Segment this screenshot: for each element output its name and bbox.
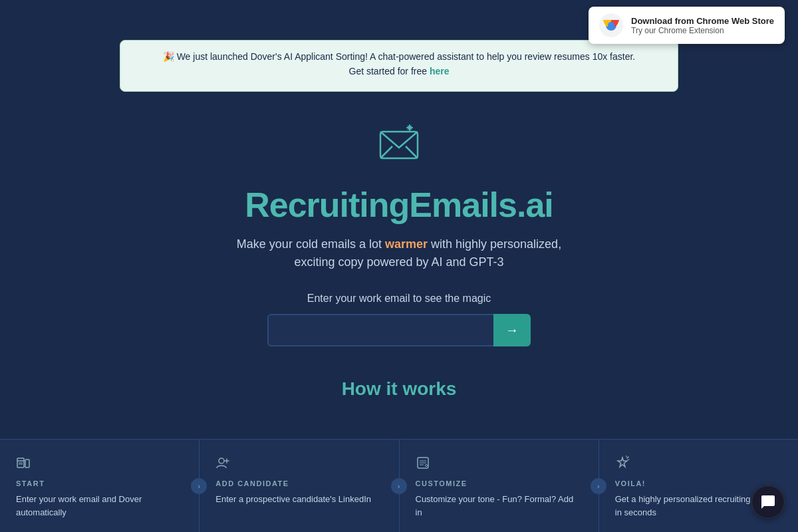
announcement-cta: Get started for free here	[136, 66, 662, 76]
how-it-works-section: How it works	[0, 378, 798, 400]
chrome-banner-subtitle: Try our Chrome Extension	[631, 26, 774, 35]
step-start: START Enter your work email and Dover au…	[0, 439, 200, 532]
step-voila-icon	[615, 456, 782, 474]
svg-point-15	[219, 458, 224, 464]
svg-line-5	[406, 146, 418, 158]
email-section: Enter your work email to see the magic →	[13, 293, 785, 346]
step-arrow-1: ›	[191, 478, 207, 494]
chrome-banner-text: Download from Chrome Web Store Try our C…	[631, 16, 774, 35]
announcement-cta-link[interactable]: here	[430, 66, 450, 76]
arrow-icon: →	[505, 323, 519, 338]
chat-button[interactable]	[751, 485, 785, 519]
step-add-candidate-label: ADD CANDIDATE	[215, 479, 382, 487]
email-input[interactable]	[267, 314, 493, 346]
hero-title: RecruitingEmails.ai	[13, 185, 785, 225]
email-submit-button[interactable]: →	[493, 314, 531, 346]
step-start-label: START	[16, 479, 183, 487]
email-label: Enter your work email to see the magic	[13, 293, 785, 305]
step-customize: CUSTOMIZE Customize your tone - Fun? For…	[400, 439, 599, 532]
announcement-bar: 🎉 We just launched Dover's AI Applicant …	[120, 40, 678, 92]
step-add-candidate: ADD CANDIDATE Enter a prospective candid…	[200, 439, 399, 532]
step-customize-desc: Customize your tone - Fun? Formal? Add i…	[416, 493, 583, 519]
email-input-row: →	[13, 314, 785, 346]
chat-icon	[760, 494, 776, 510]
warmer-highlight: warmer	[385, 237, 428, 251]
hero-section: RecruitingEmails.ai Make your cold email…	[0, 118, 798, 346]
svg-line-4	[380, 146, 392, 158]
svg-line-22	[627, 457, 628, 458]
hero-subtitle: Make your cold emails a lot warmer with …	[226, 235, 572, 271]
mail-icon-wrap	[13, 118, 785, 169]
step-add-candidate-icon	[215, 456, 382, 474]
svg-rect-14	[25, 460, 29, 467]
mail-icon	[375, 118, 423, 166]
announcement-text: 🎉 We just launched Dover's AI Applicant …	[136, 51, 662, 62]
chrome-extension-banner[interactable]: Download from Chrome Web Store Try our C…	[589, 7, 785, 44]
step-customize-label: CUSTOMIZE	[416, 479, 583, 487]
step-customize-icon	[416, 456, 583, 474]
svg-point-2	[608, 22, 614, 29]
step-arrow-2: ›	[391, 478, 407, 494]
how-it-works-title: How it works	[0, 378, 798, 400]
step-voila-label: VOILA!	[615, 479, 782, 487]
step-start-icon	[16, 456, 183, 474]
step-arrow-3: ›	[591, 478, 606, 494]
chrome-banner-title: Download from Chrome Web Store	[631, 16, 774, 26]
steps-row: START Enter your work email and Dover au…	[0, 439, 798, 532]
step-add-candidate-desc: Enter a prospective candidate's LinkedIn	[215, 493, 382, 506]
step-start-desc: Enter your work email and Dover automati…	[16, 493, 183, 519]
chrome-icon	[599, 13, 623, 37]
